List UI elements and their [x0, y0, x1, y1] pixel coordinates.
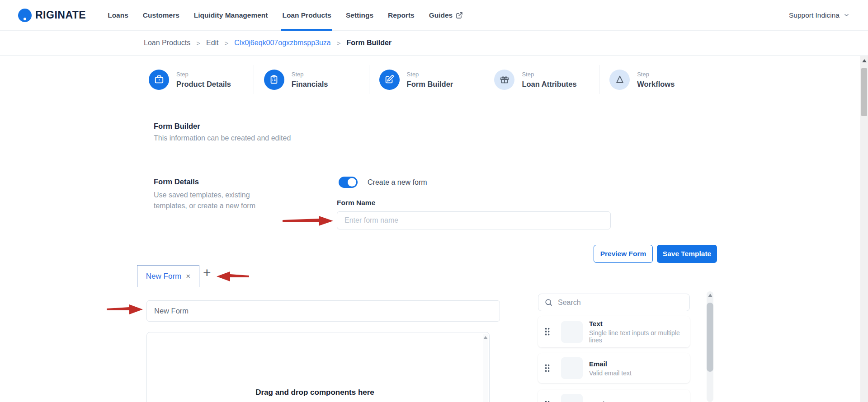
component-thumbnail — [561, 394, 583, 402]
wizard-steps: Step Product Details Step Financials Ste… — [144, 65, 714, 94]
scroll-up-icon[interactable] — [483, 336, 488, 339]
toggle-label: Create a new form — [368, 178, 427, 187]
breadcrumb-separator: > — [337, 39, 341, 47]
main-nav: Loans Customers Liquidity Management Loa… — [100, 0, 470, 31]
gift-icon — [494, 70, 514, 90]
component-thumbnail — [561, 357, 583, 379]
logo-text: RIGINATE — [35, 9, 86, 21]
briefcase-icon — [149, 70, 169, 90]
toggle-knob — [348, 178, 356, 187]
dropzone-scrollbar[interactable] — [483, 334, 488, 402]
drag-handle-icon[interactable] — [545, 327, 550, 336]
scroll-up-icon[interactable] — [708, 294, 712, 297]
top-nav: RIGINATE Loans Customers Liquidity Manag… — [0, 0, 868, 31]
breadcrumb-form-builder: Form Builder — [347, 39, 392, 47]
nav-item-customers[interactable]: Customers — [136, 0, 187, 31]
preview-form-button[interactable]: Preview Form — [594, 245, 653, 263]
nav-item-liquidity-management[interactable]: Liquidity Management — [187, 0, 275, 31]
form-name-input[interactable] — [337, 211, 611, 229]
scrollbar-thumb[interactable] — [861, 68, 867, 116]
annotation-arrow-form-name — [283, 215, 334, 227]
breadcrumb: Loan Products > Edit > Clx0j6eqk007ogxzb… — [0, 31, 868, 56]
scroll-up-icon[interactable] — [862, 59, 867, 62]
add-form-tab-button[interactable]: + — [203, 266, 211, 280]
external-link-icon — [456, 12, 463, 19]
step-financials[interactable]: Step Financials — [254, 65, 369, 94]
form-builder-page: RIGINATE Loans Customers Liquidity Manag… — [0, 0, 868, 402]
close-tab-icon[interactable]: × — [186, 272, 190, 281]
step-product-details[interactable]: Step Product Details — [144, 65, 254, 94]
create-form-toggle-row: Create a new form — [339, 177, 427, 188]
drag-handle-icon[interactable] — [545, 401, 550, 402]
nav-item-reports[interactable]: Reports — [381, 0, 422, 31]
clipboard-icon — [264, 70, 284, 90]
originate-logo[interactable]: RIGINATE — [18, 9, 86, 22]
chevron-down-icon — [843, 12, 850, 19]
component-item-card[interactable]: Card — [538, 390, 690, 402]
palette-scrollbar[interactable] — [707, 291, 713, 402]
component-thumbnail — [561, 321, 583, 343]
breadcrumb-loan-products[interactable]: Loan Products — [144, 39, 190, 47]
section-divider — [154, 161, 702, 161]
breadcrumb-edit[interactable]: Edit — [206, 39, 219, 47]
component-search-input[interactable] — [558, 294, 689, 311]
form-details-title: Form Details — [154, 178, 199, 186]
logo-circle-icon — [18, 9, 32, 22]
breadcrumb-separator: > — [225, 39, 229, 47]
search-icon — [544, 298, 553, 307]
tab-new-form[interactable]: New Form × — [137, 265, 199, 287]
component-item-email[interactable]: Email Valid email text — [538, 353, 690, 383]
edit-icon — [379, 70, 400, 90]
component-search — [538, 294, 690, 311]
nav-item-loans[interactable]: Loans — [100, 0, 136, 31]
create-new-form-toggle[interactable] — [339, 177, 358, 188]
form-canvas-dropzone[interactable]: Drag and drop components here — [146, 332, 490, 402]
workflow-icon — [609, 70, 630, 90]
scrollbar-thumb[interactable] — [707, 303, 713, 372]
step-workflows[interactable]: Step Workflows — [599, 65, 714, 94]
form-name-label: Form Name — [337, 199, 375, 207]
component-item-text[interactable]: Text Single line text inputs or multiple… — [538, 316, 690, 347]
page-title: Form Builder — [154, 122, 200, 131]
breadcrumb-product-id[interactable]: Clx0j6eqk007ogxzbmspp3uza — [234, 39, 330, 47]
step-loan-attributes[interactable]: Step Loan Attributes — [484, 65, 599, 94]
step-form-builder[interactable]: Step Form Builder — [369, 65, 484, 94]
page-subtitle: This information can be created and edit… — [154, 134, 291, 142]
tab-label: New Form — [146, 272, 181, 281]
drag-handle-icon[interactable] — [545, 364, 550, 373]
annotation-arrow-canvas-name — [107, 304, 143, 315]
dropzone-label: Drag and drop components here — [147, 388, 483, 397]
breadcrumb-separator: > — [196, 39, 200, 47]
save-template-button[interactable]: Save Template — [657, 245, 717, 263]
nav-item-settings[interactable]: Settings — [339, 0, 381, 31]
nav-item-guides[interactable]: Guides — [422, 0, 471, 31]
form-details-description: Use saved templates, existing templates,… — [154, 190, 261, 211]
support-account-dropdown[interactable]: Support Indicina — [789, 11, 850, 19]
annotation-arrow-add-tab — [217, 271, 249, 282]
nav-item-loan-products[interactable]: Loan Products — [275, 0, 339, 31]
canvas-form-name-input[interactable] — [146, 300, 500, 322]
page-scrollbar[interactable] — [860, 56, 868, 402]
component-palette: Text Single line text inputs or multiple… — [535, 288, 714, 402]
